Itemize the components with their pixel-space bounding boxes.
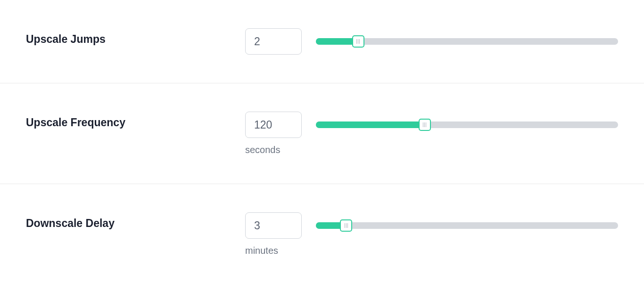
upscale-frequency-controls: seconds	[245, 112, 618, 155]
downscale-delay-slider[interactable]	[316, 222, 618, 229]
downscale-delay-unit: minutes	[245, 245, 618, 256]
slider-track-fill	[316, 121, 425, 128]
slider-handle[interactable]	[340, 219, 352, 232]
slider-handle[interactable]	[352, 35, 364, 48]
upscale-jumps-slider[interactable]	[316, 38, 618, 45]
slider-track-bg	[316, 222, 618, 229]
upscale-frequency-input-slider	[245, 112, 618, 138]
upscale-frequency-slider[interactable]	[316, 121, 618, 128]
upscale-frequency-unit: seconds	[245, 145, 618, 155]
upscale-frequency-row: Upscale Frequency seconds	[0, 83, 644, 184]
upscale-jumps-label: Upscale Jumps	[26, 28, 245, 46]
slider-handle[interactable]	[419, 119, 431, 131]
upscale-jumps-input-slider	[245, 28, 618, 55]
upscale-jumps-controls	[245, 28, 618, 55]
downscale-delay-input[interactable]	[245, 212, 302, 239]
downscale-delay-input-slider	[245, 212, 618, 239]
upscale-jumps-input[interactable]	[245, 28, 302, 55]
downscale-delay-row: Downscale Delay minutes	[0, 184, 644, 283]
downscale-delay-controls: minutes	[245, 212, 618, 256]
upscale-frequency-input[interactable]	[245, 112, 302, 138]
upscale-frequency-label: Upscale Frequency	[26, 112, 245, 129]
upscale-jumps-row: Upscale Jumps	[0, 0, 644, 83]
downscale-delay-label: Downscale Delay	[26, 212, 245, 230]
